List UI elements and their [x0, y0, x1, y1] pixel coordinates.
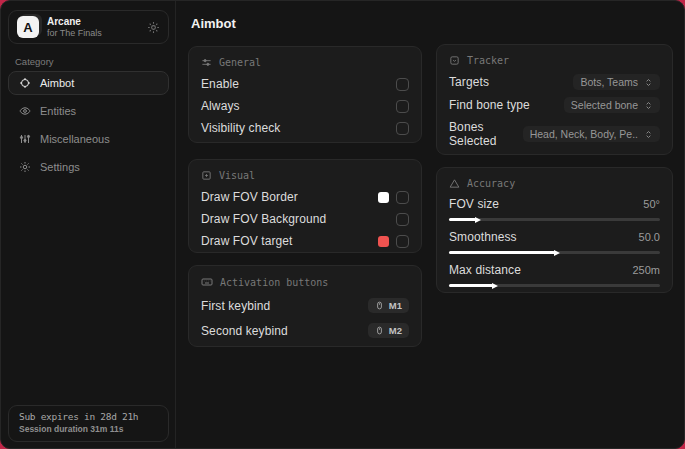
sidebar-item-aimbot[interactable]: Aimbot — [8, 71, 169, 95]
sidebar-item-label: Aimbot — [40, 77, 74, 89]
setting-label: Always — [201, 99, 240, 113]
dropdown-value: Head, Neck, Body, Pe.. — [530, 128, 638, 140]
setting-row-find-bone-type: Find bone type Selected bone — [449, 97, 660, 113]
setting-label: Bones Selected — [449, 120, 523, 148]
unfold-icon — [644, 130, 653, 139]
eye-icon — [19, 105, 31, 117]
app-header-card: A Arcane for The Finals — [8, 10, 169, 44]
setting-row-visibility-check: Visibility check — [201, 121, 409, 135]
first-keybind-button[interactable]: M1 — [368, 298, 409, 313]
visual-card-title: Visual — [219, 170, 255, 181]
smoothness-value: 50.0 — [639, 231, 660, 243]
triangle-icon — [449, 178, 460, 189]
gear-icon — [19, 161, 31, 173]
sidebar-item-settings[interactable]: Settings — [8, 155, 169, 179]
app-title: Arcane — [47, 16, 139, 28]
second-keybind-button[interactable]: M2 — [368, 323, 409, 338]
sliders-icon — [19, 133, 31, 145]
setting-row-enable: Enable — [201, 77, 409, 91]
visibility-check-checkbox[interactable] — [396, 122, 409, 135]
setting-row-targets: Targets Bots, Teams — [449, 74, 660, 90]
sidebar-item-label: Settings — [40, 161, 80, 173]
setting-label: First keybind — [201, 299, 270, 313]
sidebar: A Arcane for The Finals Category — [1, 1, 176, 448]
category-label: Category — [15, 56, 54, 67]
app-subtitle: for The Finals — [47, 28, 139, 38]
page-title: Aimbot — [191, 16, 236, 31]
setting-label: Draw FOV target — [201, 234, 293, 248]
slider-thumb[interactable] — [475, 217, 481, 223]
subscription-status-card: Sub expires in 28d 21h Session duration … — [8, 405, 169, 442]
unfold-icon — [644, 78, 653, 87]
fov-target-checkbox[interactable] — [396, 235, 409, 248]
color-swatch-white[interactable] — [378, 192, 389, 203]
enable-checkbox[interactable] — [396, 78, 409, 91]
unfold-icon — [644, 101, 653, 110]
setting-label: Smoothness — [449, 230, 517, 244]
sidebar-nav: Aimbot Entities — [8, 71, 169, 183]
main-content: Aimbot General Enable — [176, 1, 684, 448]
setting-row-always: Always — [201, 99, 409, 113]
general-card-title: General — [219, 57, 261, 68]
setting-row-fov-size: FOV size 50° — [449, 197, 660, 221]
bones-selected-dropdown[interactable]: Head, Neck, Body, Pe.. — [523, 126, 660, 142]
general-card: General Enable Always Visibility check — [188, 46, 422, 143]
color-swatch-red[interactable] — [378, 236, 389, 247]
setting-label: FOV size — [449, 197, 499, 211]
sidebar-item-entities[interactable]: Entities — [8, 99, 169, 123]
fov-border-checkbox[interactable] — [396, 191, 409, 204]
sidebar-item-miscellaneous[interactable]: Miscellaneous — [8, 127, 169, 151]
setting-label: Find bone type — [449, 98, 530, 112]
app-title-block: Arcane for The Finals — [47, 16, 139, 38]
setting-row-smoothness: Smoothness 50.0 — [449, 230, 660, 254]
find-bone-type-dropdown[interactable]: Selected bone — [564, 97, 660, 113]
always-checkbox[interactable] — [396, 100, 409, 113]
frame-plus-icon — [201, 170, 212, 181]
app-logo: A — [17, 16, 39, 38]
accuracy-card-header: Accuracy — [449, 178, 660, 189]
fov-size-slider[interactable] — [449, 218, 660, 221]
accuracy-card: Accuracy FOV size 50° — [436, 167, 673, 293]
setting-label: Second keybind — [201, 324, 288, 338]
sub-expires-text: Sub expires in 28d 21h — [19, 411, 158, 422]
fov-background-checkbox[interactable] — [396, 213, 409, 226]
visual-card-header: Visual — [201, 170, 409, 181]
session-duration-text: Session duration 31m 11s — [19, 424, 158, 434]
setting-label: Visibility check — [201, 121, 280, 135]
mouse-icon — [375, 326, 384, 335]
slider-thumb[interactable] — [492, 283, 498, 289]
sliders-horizontal-icon — [201, 57, 212, 68]
setting-row-max-distance: Max distance 250m — [449, 263, 660, 287]
box-chevron-icon — [449, 55, 460, 66]
slider-fill — [449, 251, 555, 254]
slider-thumb[interactable] — [554, 250, 560, 256]
setting-label: Targets — [449, 75, 489, 89]
visual-card: Visual Draw FOV Border Draw FOV Backgrou… — [188, 159, 422, 253]
setting-label: Max distance — [449, 263, 521, 277]
keybind-value: M1 — [389, 300, 402, 311]
fov-size-value: 50° — [643, 198, 660, 210]
gear-icon[interactable] — [147, 21, 160, 34]
tracker-card-header: Tracker — [449, 55, 660, 66]
max-distance-slider[interactable] — [449, 284, 660, 287]
general-card-header: General — [201, 57, 409, 68]
slider-fill — [449, 284, 493, 287]
activation-buttons-card: Activation buttons First keybind M1 — [188, 265, 422, 347]
setting-label: Enable — [201, 77, 239, 91]
setting-row-second-keybind: Second keybind M2 — [201, 323, 409, 338]
max-distance-value: 250m — [632, 264, 660, 276]
setting-row-fov-target: Draw FOV target — [201, 234, 409, 248]
setting-row-bones-selected: Bones Selected Head, Neck, Body, Pe.. — [449, 120, 660, 148]
tracker-card: Tracker Targets Bots, Teams — [436, 44, 673, 155]
keyboard-icon — [201, 276, 213, 288]
dropdown-value: Bots, Teams — [580, 76, 638, 88]
keybind-value: M2 — [389, 325, 402, 336]
targets-dropdown[interactable]: Bots, Teams — [573, 74, 660, 90]
setting-row-first-keybind: First keybind M1 — [201, 298, 409, 313]
desktop-background: A Arcane for The Finals Category — [0, 0, 685, 449]
tracker-card-title: Tracker — [467, 55, 509, 66]
activation-card-title: Activation buttons — [220, 277, 328, 288]
smoothness-slider[interactable] — [449, 251, 660, 254]
setting-row-fov-border: Draw FOV Border — [201, 190, 409, 204]
sidebar-item-label: Entities — [40, 105, 76, 117]
